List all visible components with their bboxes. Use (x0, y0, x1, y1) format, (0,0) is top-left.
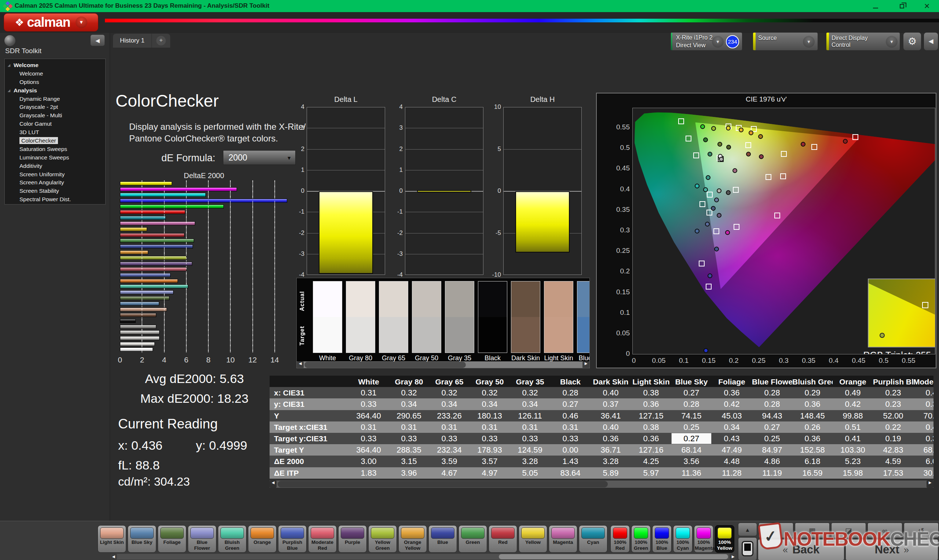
patch-button-orange-yellow[interactable]: Orange Yellow (398, 525, 427, 553)
delta-y-tick: 0 (486, 187, 501, 195)
sidebar-item-dynamic-range[interactable]: Dynamic Range (5, 95, 105, 103)
sidebar-item-saturation-sweeps[interactable]: Saturation Sweeps (5, 145, 105, 154)
sphere-button[interactable] (5, 35, 15, 46)
expander-icon[interactable]: ◢ (8, 61, 14, 70)
settings-button[interactable]: ⚙ (903, 32, 921, 51)
patch-button-100-magenta[interactable]: 100% Magenta (694, 525, 714, 553)
panel-collapse-button[interactable]: ◀ (924, 32, 938, 51)
sidebar-item-luminance-sweeps[interactable]: Luminance Sweeps (5, 154, 105, 162)
patch-button-100-blue[interactable]: 100% Blue (652, 525, 672, 553)
patch-button-100-cyan[interactable]: 100% Cyan (673, 525, 692, 553)
sidebar-item-analysis[interactable]: ◢Analysis (5, 86, 105, 95)
scroll-left-icon[interactable]: ◀ (270, 480, 276, 488)
sidebar-item-spectral-power-dist[interactable]: Spectral Power Dist. (5, 195, 105, 204)
add-tab-button[interactable]: + (152, 34, 170, 48)
scroll-right-icon[interactable]: ▶ (729, 554, 737, 560)
mini-toolbar-button-2[interactable]: ▦ (795, 523, 830, 538)
meter-dropdown[interactable]: X-Rite i1Pro 2 Direct View ▼ 234 (671, 32, 742, 51)
delta-y-tick: 0 (290, 187, 304, 195)
patch-button-100-green[interactable]: 100% Green (631, 525, 651, 553)
back-button[interactable]: « Back (758, 539, 844, 560)
source-dropdown[interactable]: Source ▼ (752, 32, 818, 51)
table-header-orange: Orange (833, 375, 873, 388)
swatch-scrollbar[interactable]: ◀ ▶ (297, 362, 589, 368)
patch-button-orange[interactable]: Orange (248, 525, 276, 553)
scroll-right-icon[interactable]: ▶ (583, 362, 589, 368)
pattern-up-button[interactable]: ▲ (738, 523, 757, 536)
patch-button-light-skin[interactable]: Light Skin (97, 525, 126, 553)
patch-button-label: Green (459, 540, 486, 545)
mini-toolbar-button-5[interactable]: ↺ (904, 523, 939, 538)
scrollbar-thumb[interactable] (304, 362, 466, 368)
patch-button-100-yellow[interactable]: 100% Yellow (715, 525, 734, 553)
scroll-right-icon[interactable]: ▶ (927, 480, 933, 488)
swatch-actual (379, 282, 408, 317)
mini-toolbar-button-4[interactable]: ∞ (868, 523, 902, 538)
de-formula-label: dE Formula: (161, 152, 215, 164)
deltae-gridline-dash (252, 180, 253, 352)
sidebar-item-3d-lut[interactable]: 3D LUT (5, 128, 105, 137)
patch-button-100-red[interactable]: 100% Red (611, 525, 630, 553)
sidebar-collapse-button[interactable]: ◀ (90, 34, 105, 46)
patch-button-cyan[interactable]: Cyan (579, 525, 607, 553)
cie-target-marker (780, 173, 786, 179)
table-scrollbar[interactable]: ◀ ▶ (270, 480, 933, 488)
sidebar-item-color-gamut[interactable]: Color Gamut (5, 120, 105, 128)
sidebar-item-grayscale-multi[interactable]: Grayscale - Multi (5, 111, 105, 120)
table-cell: 0.49 (833, 387, 873, 398)
pattern-window-button[interactable] (738, 537, 757, 560)
sidebar-item-welcome[interactable]: ◢Welcome (5, 61, 105, 70)
table-cell[interactable]: 0.27 (671, 433, 712, 444)
sidebar-item-grayscale-2pt[interactable]: Grayscale - 2pt (5, 103, 105, 111)
patch-button-green[interactable]: Green (458, 525, 487, 553)
patch-button-blue[interactable]: Blue (429, 525, 457, 553)
de-formula-dropdown[interactable]: 2000 ▼ (223, 150, 296, 165)
restore-button[interactable] (894, 0, 910, 12)
scroll-left-icon[interactable]: ◀ (297, 362, 304, 368)
patch-button-blue-flower[interactable]: Blue Flower (188, 525, 216, 553)
table-cell: 0.43 (913, 387, 933, 398)
sidebar-item-screen-stability[interactable]: Screen Stability (5, 187, 105, 195)
patch-button-purple[interactable]: Purple (338, 525, 367, 553)
chart-delta-c (405, 107, 483, 275)
scrollbar-thumb[interactable] (278, 481, 608, 488)
patch-button-magenta[interactable]: Magenta (549, 525, 577, 553)
sidebar-item-additivity[interactable]: Additivity (5, 162, 105, 171)
calman-menu-button[interactable]: ❖ calman ▼ (4, 13, 98, 32)
mini-toolbar-button-1[interactable]: ▸ (759, 523, 793, 538)
deltae-bar-gray-80 (120, 342, 155, 346)
patch-button-yellow[interactable]: Yellow (519, 525, 547, 553)
table-cell: 30.29 (913, 467, 933, 478)
sidebar-item-screen-angularity[interactable]: Screen Angularity (5, 178, 105, 187)
cie-measurement-marker (717, 213, 722, 218)
patch-button-blue-sky[interactable]: Blue Sky (128, 525, 156, 553)
patch-button-foliage[interactable]: Foliage (158, 525, 187, 553)
next-button[interactable]: Next » (845, 539, 938, 560)
patch-button-purplish-blue[interactable]: Purplish Blue (278, 525, 307, 553)
patch-button-swatch (251, 528, 274, 539)
expander-icon[interactable]: ◢ (8, 86, 14, 95)
mini-toolbar-button-3[interactable]: ◪ (831, 523, 866, 538)
close-button[interactable]: × (919, 0, 935, 12)
patch-button-label: 100% Magenta (695, 540, 713, 551)
patch-button-moderate-red[interactable]: Moderate Red (308, 525, 337, 553)
sidebar-item-screen-uniformity[interactable]: Screen Uniformity (5, 171, 105, 179)
patch-button-bluish-green[interactable]: Bluish Green (218, 525, 247, 553)
patch-button-yellow-green[interactable]: Yellow Green (368, 525, 397, 553)
back-chevron-icon: « (783, 544, 788, 555)
tab-history-1[interactable]: History 1 (113, 34, 152, 48)
table-header-gray-65: Gray 65 (429, 375, 470, 388)
minimize-button[interactable] (867, 0, 884, 12)
display-control-dropdown[interactable]: Direct Display Control ▼ (826, 32, 900, 51)
scroll-left-icon[interactable]: ◀ (110, 554, 117, 560)
deltae-bar-100-magenta (120, 187, 237, 191)
toolbar-scrollbar[interactable]: ◀ ▶ (110, 554, 737, 560)
patch-button-red[interactable]: Red (489, 525, 517, 553)
sidebar-item-options[interactable]: Options (5, 78, 105, 86)
sidebar-item-welcome[interactable]: Welcome (5, 70, 105, 78)
scrollbar-thumb[interactable] (499, 554, 728, 559)
sidebar-item-colorchecker[interactable]: ColorChecker (5, 137, 105, 145)
table-cell: 0.38 (631, 422, 671, 433)
table-cell: 0.23 (873, 387, 913, 398)
table-cell: 0.29 (792, 387, 833, 398)
